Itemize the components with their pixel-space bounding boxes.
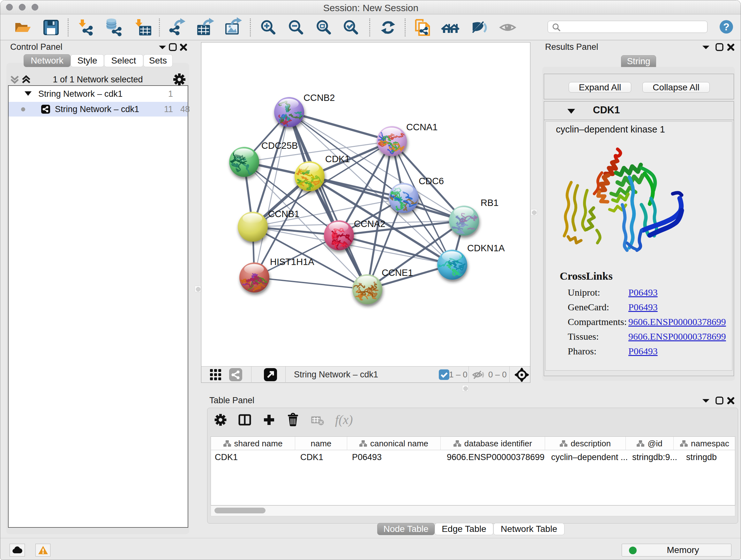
svg-text:CDKN1A: CDKN1A: [467, 243, 505, 253]
svg-text:CCNB1: CCNB1: [268, 209, 299, 219]
svg-text:CCNA2: CCNA2: [354, 219, 385, 229]
svg-text:CCNA1: CCNA1: [406, 122, 437, 132]
svg-text:CCNB2: CCNB2: [304, 92, 335, 103]
svg-text:f(x): f(x): [335, 413, 353, 427]
svg-text:?: ?: [723, 21, 730, 33]
svg-text:CDK1: CDK1: [325, 154, 350, 164]
svg-text:RB1: RB1: [481, 198, 498, 208]
svg-text:CDC25B: CDC25B: [261, 140, 298, 151]
svg-text:CCNE1: CCNE1: [382, 267, 413, 278]
svg-text:HIST1H1A: HIST1H1A: [270, 257, 314, 267]
svg-text:CDC6: CDC6: [419, 176, 444, 186]
